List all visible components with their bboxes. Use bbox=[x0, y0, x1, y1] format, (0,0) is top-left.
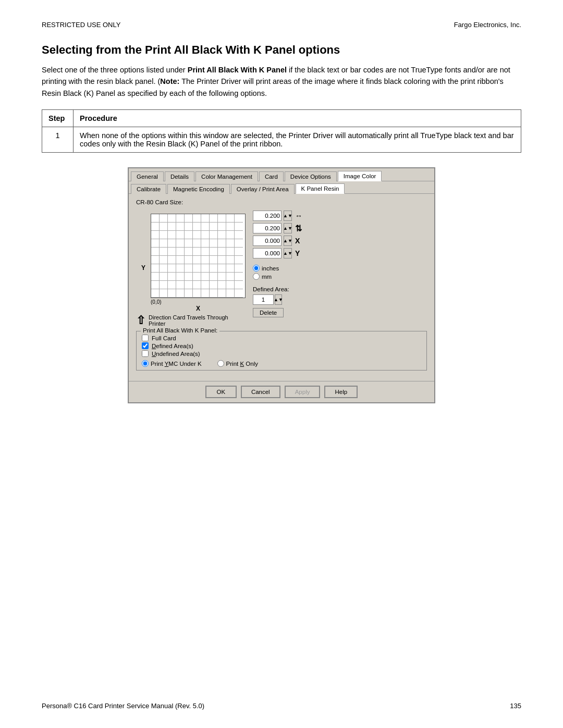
dialog-wrapper: General Details Color Management Card De… bbox=[42, 167, 521, 403]
tab-color-management[interactable]: Color Management bbox=[195, 171, 258, 181]
radio-ymc-row: Print YMC Under K bbox=[142, 360, 202, 367]
tab-overlay-print-area[interactable]: Overlay / Print Area bbox=[231, 184, 295, 194]
spinner-width-btn[interactable]: ▲▼ bbox=[284, 211, 292, 221]
cr80-label: CR-80 Card Size: bbox=[136, 199, 427, 205]
radio-print-ymc-under-k[interactable] bbox=[142, 360, 149, 367]
radio-mm[interactable] bbox=[253, 273, 260, 280]
tab-magnetic-encoding[interactable]: Magnetic Encoding bbox=[167, 184, 230, 194]
tab-calibrate[interactable]: Calibrate bbox=[131, 184, 166, 194]
checkbox-defined-areas-row: Defined Area(s) bbox=[142, 342, 421, 349]
card-x-label: X bbox=[151, 305, 246, 312]
defined-area-label: Defined Area: bbox=[253, 286, 352, 292]
checkbox-defined-areas-label: Defined Area(s) bbox=[152, 343, 193, 349]
radio-ymc-label: Print YMC Under K bbox=[151, 361, 202, 367]
up-arrow-icon: ⇧ bbox=[136, 315, 145, 326]
width-icon: ↔ bbox=[295, 212, 302, 220]
ok-button[interactable]: OK bbox=[205, 386, 237, 398]
page-title-section: Selecting from the Print All Black With … bbox=[42, 43, 521, 99]
radio-print-k-only[interactable] bbox=[217, 360, 224, 367]
checkbox-full-card[interactable] bbox=[142, 335, 149, 341]
cancel-button[interactable]: Cancel bbox=[241, 386, 280, 398]
tab-details[interactable]: Details bbox=[165, 171, 194, 181]
arrow-text: Direction Card Travels Through Printer bbox=[149, 314, 246, 327]
table-row: 1 When none of the options within this w… bbox=[42, 127, 521, 153]
page-title: Selecting from the Print All Black With … bbox=[42, 43, 521, 57]
checkbox-undefined-areas-label: Undefined Area(s) bbox=[152, 351, 200, 357]
spinner-x-input[interactable] bbox=[253, 236, 282, 246]
radio-k-only-label: Print K Only bbox=[226, 361, 258, 367]
unit-radio-group: inches mm bbox=[253, 265, 352, 280]
desc-note-bold: Note: bbox=[160, 77, 179, 85]
height-icon: ⇅ bbox=[295, 224, 302, 233]
card-grid-container: Y bbox=[136, 208, 246, 327]
arrow-label: ⇧ Direction Card Travels Through Printer bbox=[136, 314, 246, 327]
defined-area-spin-btn[interactable]: ▲▼ bbox=[275, 294, 282, 305]
table-col-procedure: Procedure bbox=[74, 110, 521, 127]
table-proc-1: When none of the options within this win… bbox=[74, 127, 521, 153]
card-origin: (0,0) bbox=[151, 299, 246, 305]
spinner-y-btn[interactable]: ▲▼ bbox=[284, 248, 292, 258]
checkbox-full-card-row: Full Card bbox=[142, 335, 421, 341]
tab-device-options[interactable]: Device Options bbox=[285, 171, 337, 181]
footer-right: 135 bbox=[510, 702, 521, 710]
defined-area-input[interactable] bbox=[253, 294, 274, 305]
delete-button[interactable]: Delete bbox=[253, 308, 284, 317]
procedure-table: Step Procedure 1 When none of the option… bbox=[42, 109, 521, 153]
table-step-1: 1 bbox=[42, 127, 74, 153]
checkbox-undefined-areas-row: Undefined Area(s) bbox=[142, 350, 421, 357]
footer-left: Persona® C16 Card Printer Service Manual… bbox=[42, 702, 204, 710]
spinner-x-row: ▲▼ X bbox=[253, 236, 352, 246]
table-col-step: Step bbox=[42, 110, 74, 127]
print-black-legend: Print All Black With K Panel: bbox=[141, 327, 219, 334]
footer-bar: Persona® C16 Card Printer Service Manual… bbox=[0, 702, 563, 710]
card-cell bbox=[151, 214, 160, 223]
tab-k-panel-resin[interactable]: K Panel Resin bbox=[296, 183, 345, 194]
help-button[interactable]: Help bbox=[324, 386, 358, 398]
radio-inches-row: inches bbox=[253, 265, 352, 272]
spinner-x-btn[interactable]: ▲▼ bbox=[284, 236, 292, 246]
desc-p1: Select one of the three options listed u… bbox=[42, 66, 188, 74]
defined-area-spinner: ▲▼ bbox=[253, 294, 352, 305]
header-left: RESTRICTED USE ONLY bbox=[42, 21, 120, 29]
radio-k-only-row: Print K Only bbox=[217, 360, 258, 367]
spinner-height-btn[interactable]: ▲▼ bbox=[284, 223, 292, 233]
radio-mm-row: mm bbox=[253, 273, 352, 280]
card-grid bbox=[151, 214, 246, 298]
header-bar: RESTRICTED USE ONLY Fargo Electronics, I… bbox=[42, 21, 521, 29]
tab-card[interactable]: Card bbox=[259, 171, 284, 181]
desc-bold: Print All Black With K Panel bbox=[188, 66, 287, 74]
tab-image-color[interactable]: Image Color bbox=[338, 171, 382, 181]
radio-mm-label: mm bbox=[262, 274, 272, 280]
dialog-box: General Details Color Management Card De… bbox=[128, 167, 435, 403]
checkbox-defined-areas[interactable] bbox=[142, 342, 149, 349]
checkbox-undefined-areas[interactable] bbox=[142, 350, 149, 357]
spinner-height-input[interactable] bbox=[253, 223, 282, 233]
y-icon: Y bbox=[295, 249, 300, 257]
defined-area-section: Defined Area: ▲▼ Delete bbox=[253, 286, 352, 317]
x-icon: X bbox=[295, 237, 300, 245]
print-black-section: Print All Black With K Panel: Full Card … bbox=[136, 331, 427, 371]
spinner-width-row: ▲▼ ↔ bbox=[253, 211, 352, 221]
radio-inches[interactable] bbox=[253, 265, 260, 272]
spinner-y-row: ▲▼ Y bbox=[253, 248, 352, 258]
dialog-buttons: OK Cancel Apply Help bbox=[129, 381, 434, 402]
main-area: Y bbox=[136, 208, 427, 327]
tab-bar-top: General Details Color Management Card De… bbox=[129, 168, 434, 181]
ymc-row: Print YMC Under K Print K Only bbox=[142, 360, 421, 367]
spinner-width-input[interactable] bbox=[253, 211, 282, 221]
apply-button[interactable]: Apply bbox=[285, 386, 321, 398]
right-controls: ▲▼ ↔ ▲▼ ⇅ ▲▼ X bbox=[253, 208, 352, 327]
radio-inches-label: inches bbox=[262, 265, 279, 272]
description: Select one of the three options listed u… bbox=[42, 64, 521, 99]
header-right: Fargo Electronics, Inc. bbox=[454, 21, 521, 29]
tab-bar-second: Calibrate Magnetic Encoding Overlay / Pr… bbox=[129, 181, 434, 194]
spinner-height-row: ▲▼ ⇅ bbox=[253, 223, 352, 233]
tab-general[interactable]: General bbox=[131, 171, 164, 181]
spinner-y-input[interactable] bbox=[253, 248, 282, 258]
checkbox-full-card-label: Full Card bbox=[152, 335, 176, 341]
dialog-content: CR-80 Card Size: Y bbox=[129, 194, 434, 381]
card-y-label: Y bbox=[141, 264, 145, 272]
